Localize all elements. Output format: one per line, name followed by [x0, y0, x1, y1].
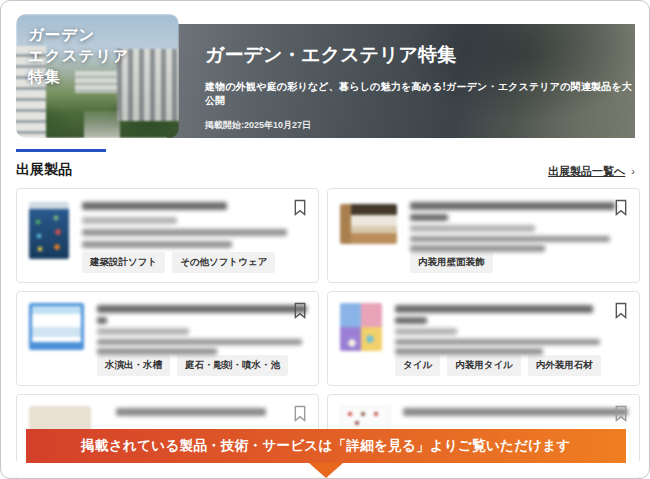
blurred-product-title-line2	[410, 214, 448, 222]
hero-panel: ガーデン・エクステリア特集 建物の外観や庭の彩りなど、暮らしの魅力を高める!ガー…	[167, 24, 635, 138]
blurred-description-line	[97, 339, 302, 346]
hero-banner: ガーデン エクステリア 特集 ガーデン・エクステリア特集 建物の外観や庭の彩りな…	[16, 14, 635, 138]
product-card-2[interactable]: 内装用壁面装飾	[327, 188, 640, 283]
blurred-company-name	[395, 328, 457, 335]
bookmark-icon[interactable]	[614, 199, 628, 216]
blurred-description-line	[410, 236, 610, 243]
blurred-description-line	[97, 348, 217, 355]
product-thumbnail-catalog	[29, 303, 84, 350]
category-tag[interactable]: 水演出・水槽	[97, 355, 170, 376]
category-tag[interactable]: その他ソフトウェア	[172, 252, 275, 273]
category-tag[interactable]: タイル	[395, 355, 440, 376]
blurred-description-line	[395, 348, 543, 355]
category-tag[interactable]: 内装用壁面装飾	[410, 252, 493, 273]
overlay-line-2: エクステリア	[28, 45, 129, 66]
hero-thumbnail-image: ガーデン エクステリア 特集	[16, 14, 179, 138]
blurred-description-line	[82, 229, 287, 236]
overlay-line-1: ガーデン	[28, 24, 129, 45]
blurred-product-title	[116, 408, 266, 416]
overlay-line-3: 特集	[28, 66, 129, 87]
publish-date: 掲載開始:2025年10月27日	[205, 119, 635, 132]
bookmark-icon[interactable]	[293, 405, 307, 422]
bookmark-icon[interactable]	[293, 199, 307, 216]
product-thumbnail-software-box	[29, 202, 69, 259]
bookmark-icon[interactable]	[614, 302, 628, 319]
blurred-description-line	[82, 241, 232, 248]
blurred-product-title	[395, 305, 593, 313]
blurred-company-name	[82, 217, 177, 224]
blurred-product-title	[403, 408, 628, 416]
blurred-product-title	[82, 202, 227, 210]
product-thumbnail-tile-mosaic	[340, 303, 382, 351]
page-title: ガーデン・エクステリア特集	[205, 42, 635, 68]
notice-banner: 掲載されている製品・技術・サービスは「詳細を見る」よりご覧いただけます	[26, 429, 626, 463]
bookmark-icon[interactable]	[614, 405, 628, 422]
blurred-description-line	[395, 339, 600, 346]
blurred-description-line	[410, 245, 545, 252]
notice-banner-text: 掲載されている製品・技術・サービスは「詳細を見る」よりご覧いただけます	[81, 437, 570, 455]
product-card-3[interactable]: 水演出・水槽 庭石・彫刻・噴水・池	[16, 291, 319, 386]
view-all-products-label: 出展製品一覧へ	[548, 165, 625, 177]
view-all-products-link[interactable]: 出展製品一覧へ›	[548, 164, 635, 179]
blurred-product-title	[410, 202, 615, 210]
hero-thumb-overlay-title: ガーデン エクステリア 特集	[28, 24, 129, 87]
blurred-product-title-line2	[97, 317, 107, 325]
product-thumbnail-wood-interior	[340, 204, 397, 244]
category-tag[interactable]: 建築設計ソフト	[82, 252, 165, 273]
product-card-1[interactable]: 建築設計ソフト その他ソフトウェア	[16, 188, 319, 283]
product-card-4[interactable]: タイル 内装用タイル 内外装用石材	[327, 291, 640, 386]
active-tab-indicator	[16, 149, 106, 152]
category-tag[interactable]: 庭石・彫刻・噴水・池	[177, 355, 288, 376]
category-tag[interactable]: 内外装用石材	[528, 355, 601, 376]
page-subtitle: 建物の外観や庭の彩りなど、暮らしの魅力を高める!ガーデン・エクステリアの関連製品…	[205, 80, 635, 108]
category-tag[interactable]: 内装用タイル	[447, 355, 521, 376]
blurred-company-name	[97, 328, 189, 335]
blurred-product-title	[97, 305, 307, 313]
section-title: 出展製品	[16, 161, 72, 179]
blurred-product-title-line2	[395, 317, 427, 325]
bookmark-icon[interactable]	[293, 302, 307, 319]
chevron-right-icon: ›	[631, 165, 635, 177]
blurred-company-name	[410, 225, 535, 232]
